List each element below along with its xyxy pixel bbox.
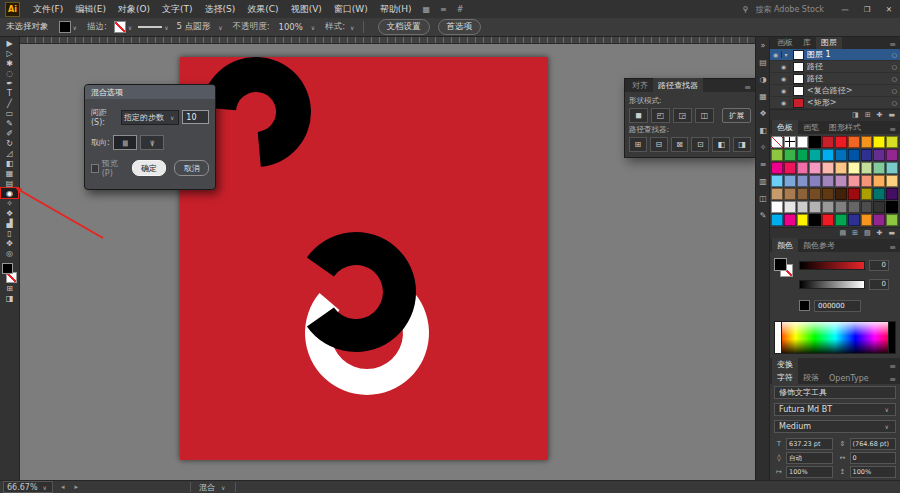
visibility-eye-icon[interactable]: ◉	[778, 99, 790, 106]
status-tool-indicator[interactable]: 混合 ∨	[190, 482, 236, 492]
panel-menu-icon[interactable]: ≡	[889, 375, 900, 384]
color-swatch[interactable]	[771, 149, 783, 161]
menu-select[interactable]: 选择(S)	[199, 3, 242, 16]
tab-transform[interactable]: 变换	[772, 357, 798, 371]
brushes-panel-icon[interactable]: ▦	[759, 92, 767, 101]
color-swatch[interactable]	[771, 162, 783, 174]
chevron-down-icon[interactable]: ∨	[348, 24, 356, 31]
color-swatch[interactable]	[797, 175, 809, 187]
color-swatch[interactable]	[886, 214, 898, 226]
opacity-value[interactable]: 100%	[273, 22, 309, 32]
outline-button[interactable]: ◧	[712, 137, 730, 152]
color-swatch[interactable]	[848, 201, 860, 213]
layer-row[interactable]: ◉ 路径 ○	[770, 61, 900, 73]
scale-tool[interactable]: ◿	[1, 148, 18, 158]
color-swatch[interactable]	[835, 201, 847, 213]
merge-button[interactable]: ⊠	[671, 137, 689, 152]
minus-back-button[interactable]: ◨	[733, 137, 751, 152]
color-swatch[interactable]	[809, 214, 821, 226]
panel-menu-icon[interactable]: ≡	[889, 243, 900, 252]
color-swatch[interactable]	[873, 214, 885, 226]
transparency-panel-icon[interactable]: ▥	[759, 177, 767, 186]
fill-swatch[interactable]	[2, 263, 13, 274]
artboard-nav-prev-icon[interactable]: ◂	[61, 483, 67, 491]
menu-file[interactable]: 文件(F)	[27, 3, 69, 16]
panel-menu-icon[interactable]: ≡	[889, 362, 900, 371]
color-swatch[interactable]	[861, 162, 873, 174]
fill-stroke-proxy[interactable]	[774, 258, 794, 278]
exclude-button[interactable]: ◫	[695, 108, 714, 123]
color-swatch[interactable]	[886, 175, 898, 187]
ok-button[interactable]: 确定	[132, 160, 167, 176]
color-swatch[interactable]	[848, 175, 860, 187]
blend-tool[interactable]: ◉	[1, 188, 18, 198]
color-swatch[interactable]	[873, 149, 885, 161]
make-clip-mask-icon[interactable]: ◨	[852, 111, 859, 119]
chevron-down-icon[interactable]: ∨	[162, 24, 170, 31]
eyedropper-tool[interactable]: ✧	[1, 198, 18, 208]
artboard-nav-next-icon[interactable]: ▸	[74, 483, 80, 491]
divide-button[interactable]: ⊞	[629, 137, 647, 152]
target-circle-icon[interactable]: ○	[892, 75, 897, 82]
artboard[interactable]	[180, 57, 548, 460]
color-panel-icon[interactable]: ◑	[760, 75, 767, 84]
layer-row[interactable]: ◉ ▾ 图层 1 ○	[770, 49, 900, 61]
target-circle-icon[interactable]: ○	[892, 87, 897, 94]
intersect-button[interactable]: ◲	[673, 108, 692, 123]
blend-top-shape[interactable]	[201, 57, 311, 167]
gradient-tool[interactable]: ▤	[1, 178, 18, 188]
new-color-group-icon[interactable]: ▧	[864, 229, 871, 237]
menu-view[interactable]: 视图(V)	[285, 3, 328, 16]
new-sublayer-icon[interactable]: ⊞	[865, 111, 871, 119]
color-swatch[interactable]	[848, 214, 860, 226]
kerning-value[interactable]: 自动	[786, 452, 833, 464]
horizontal-ruler[interactable]	[19, 36, 756, 44]
dialog-title[interactable]: 混合选项	[85, 85, 215, 99]
color-swatch[interactable]	[809, 162, 821, 174]
column-graph-tool[interactable]: ▟	[1, 218, 18, 228]
pencil-tool[interactable]: ✐	[1, 128, 18, 138]
font-family-select[interactable]: Futura Md BT ∨	[774, 403, 896, 416]
appearance-panel-icon[interactable]: ◫	[759, 194, 767, 203]
chevron-down-icon[interactable]: ∨	[126, 24, 134, 31]
color-swatch[interactable]	[797, 149, 809, 161]
font-size-value[interactable]: 637.23 pt	[786, 438, 833, 450]
target-circle-icon[interactable]: ○	[892, 51, 897, 58]
color-swatch[interactable]	[835, 162, 847, 174]
color-swatch[interactable]	[809, 136, 821, 148]
minimize-button[interactable]: —	[834, 0, 856, 18]
color-swatch[interactable]	[835, 136, 847, 148]
rectangle-tool[interactable]: ▭	[1, 108, 18, 118]
color-swatch[interactable]	[784, 201, 796, 213]
new-layer-icon[interactable]: ✚	[877, 111, 883, 119]
color-swatch[interactable]	[873, 175, 885, 187]
unite-button[interactable]: ◼	[629, 108, 648, 123]
color-swatch[interactable]	[797, 214, 809, 226]
color-swatch[interactable]	[784, 188, 796, 200]
color-swatch[interactable]	[809, 201, 821, 213]
color-swatch[interactable]	[886, 188, 898, 200]
trim-button[interactable]: ⊟	[650, 137, 668, 152]
target-circle-icon[interactable]: ○	[892, 99, 897, 106]
document-setup-button[interactable]: 文档设置	[378, 19, 430, 35]
restore-button[interactable]: ❐	[856, 0, 878, 18]
menu-effect[interactable]: 效果(C)	[241, 3, 284, 16]
fill-color-chip[interactable]	[59, 21, 71, 33]
visibility-eye-icon[interactable]: ◉	[770, 51, 782, 58]
color-swatch[interactable]	[797, 162, 809, 174]
tab-libraries[interactable]: 库	[798, 36, 816, 49]
color-swatch[interactable]	[886, 162, 898, 174]
graphic-styles-panel-icon[interactable]: ◧	[759, 126, 767, 135]
color-swatch[interactable]	[848, 149, 860, 161]
color-swatch[interactable]	[873, 162, 885, 174]
color-swatch[interactable]	[822, 201, 834, 213]
color-swatch[interactable]	[835, 214, 847, 226]
stock-search-field[interactable]: 搜索 Adobe Stock	[755, 4, 824, 15]
spacing-select[interactable]: 指定的步数 ∨	[121, 110, 179, 125]
panel-menu-icon[interactable]: ≡	[889, 125, 900, 134]
red-channel-value[interactable]: 0	[869, 260, 889, 271]
align-to-page-button[interactable]: |||||	[113, 135, 137, 150]
tab-paragraph[interactable]: 段落	[798, 370, 824, 384]
chevron-down-icon[interactable]: ∨	[216, 24, 224, 31]
tab-opentype[interactable]: OpenType	[824, 372, 874, 384]
